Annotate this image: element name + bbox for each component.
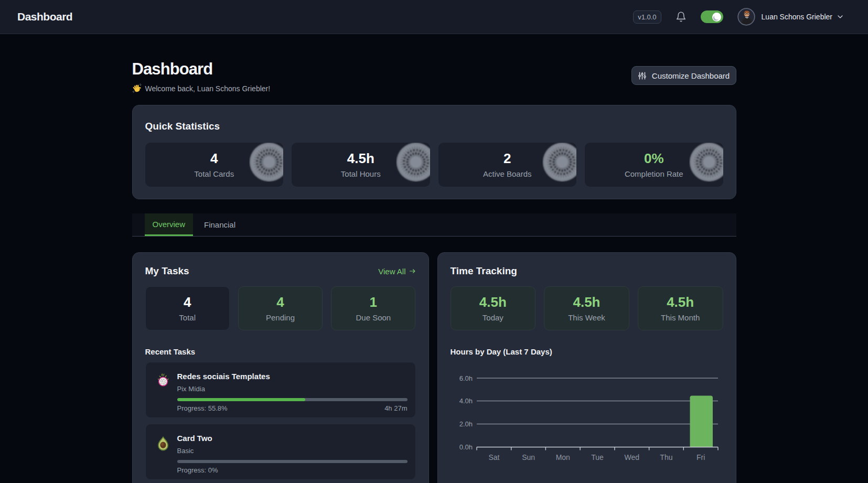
svg-text:0.0h: 0.0h xyxy=(459,443,472,451)
svg-text:4.0h: 4.0h xyxy=(459,397,472,405)
svg-text:Wed: Wed xyxy=(624,453,639,461)
svg-text:Sat: Sat xyxy=(488,453,499,461)
svg-text:Mon: Mon xyxy=(555,453,570,461)
svg-text:Tue: Tue xyxy=(591,453,604,461)
svg-text:Thu: Thu xyxy=(660,453,672,461)
svg-text:6.0h: 6.0h xyxy=(459,374,472,382)
svg-text:2.0h: 2.0h xyxy=(459,420,472,428)
svg-text:Sun: Sun xyxy=(522,453,535,461)
svg-text:Fri: Fri xyxy=(696,453,704,461)
